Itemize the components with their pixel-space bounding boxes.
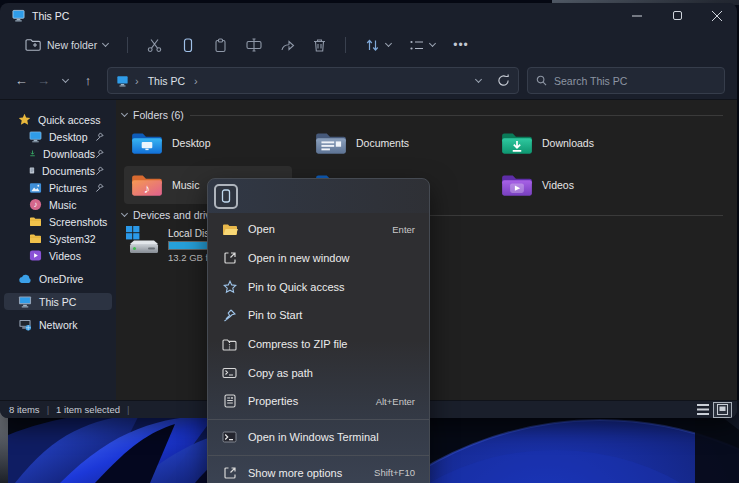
sidebar-item-this-pc[interactable]: This PC xyxy=(4,293,112,310)
sidebar-item-system32[interactable]: System32 xyxy=(4,230,112,247)
view-button[interactable] xyxy=(402,34,442,57)
copy-button[interactable] xyxy=(173,33,202,58)
sort-button[interactable] xyxy=(358,33,398,57)
network-icon xyxy=(18,319,32,331)
folder-tile-documents[interactable]: Documents xyxy=(308,124,476,162)
menu-item-open[interactable]: Open Enter xyxy=(212,215,425,244)
address-dropdown-icon[interactable] xyxy=(475,75,482,82)
see-more-button[interactable]: ••• xyxy=(446,33,476,57)
sidebar-item-label: Documents xyxy=(42,165,95,177)
forward-button[interactable]: → xyxy=(32,69,54,93)
pinned-icon xyxy=(95,183,104,192)
menu-item-copy-as-path[interactable]: Copy as path xyxy=(212,358,425,387)
recent-locations-button[interactable] xyxy=(55,69,77,93)
copy-path-icon xyxy=(222,367,237,379)
local-disk-icon xyxy=(124,224,160,258)
sidebar-item-network[interactable]: Network xyxy=(4,316,112,333)
menu-item-label: Show more options xyxy=(248,467,342,479)
back-icon: ← xyxy=(15,73,28,88)
sidebar-item-label: Network xyxy=(39,319,78,331)
selection-count: 1 item selected xyxy=(56,404,120,415)
sidebar-item-label: Desktop xyxy=(49,131,88,143)
search-box[interactable] xyxy=(527,67,725,94)
command-bar: New folder xyxy=(0,28,737,62)
sidebar-item-downloads[interactable]: Downloads xyxy=(4,145,112,162)
folder-tile-downloads[interactable]: Downloads xyxy=(494,124,662,162)
folder-icon xyxy=(29,216,42,227)
sidebar-item-label: Pictures xyxy=(49,182,87,194)
delete-button[interactable] xyxy=(306,33,333,57)
menu-item-label: Pin to Start xyxy=(248,309,302,321)
sidebar-item-videos[interactable]: Videos xyxy=(4,247,112,264)
menu-separator xyxy=(208,455,429,456)
zip-icon xyxy=(222,338,237,351)
sidebar-item-screenshots[interactable]: Screenshots xyxy=(4,213,112,230)
more-icon: ••• xyxy=(453,38,469,52)
collapse-chevron-icon xyxy=(121,110,128,117)
menu-item-label: Compress to ZIP file xyxy=(248,338,347,350)
new-folder-icon xyxy=(25,38,41,52)
sidebar-item-quick-access[interactable]: Quick access xyxy=(4,111,112,128)
new-folder-button[interactable]: New folder xyxy=(18,33,115,57)
this-pc-window-icon xyxy=(12,9,25,22)
minimize-button[interactable] xyxy=(617,3,657,28)
sidebar-item-label: This PC xyxy=(39,296,76,308)
sidebar-item-documents[interactable]: Documents xyxy=(4,162,112,179)
folders-section-header[interactable]: Folders (6) xyxy=(122,108,723,122)
sort-chevron-icon xyxy=(385,40,392,47)
menu-item-show-more-options[interactable]: Show more options Shift+F10 xyxy=(212,459,425,483)
folder-music-icon: ♪ xyxy=(130,171,164,199)
menu-item-pin-to-start[interactable]: Pin to Start xyxy=(212,301,425,330)
sidebar-item-music[interactable]: ♪ Music xyxy=(4,196,112,213)
downloads-icon xyxy=(29,147,36,160)
folder-tile-videos[interactable]: Videos xyxy=(494,166,662,204)
sidebar-item-pictures[interactable]: Pictures xyxy=(4,179,112,196)
maximize-button[interactable] xyxy=(657,3,697,28)
desktop-icon xyxy=(29,131,42,143)
menu-item-compress-to-zip[interactable]: Compress to ZIP file xyxy=(212,330,425,359)
items-count: 8 items xyxy=(9,404,40,415)
thumbnail-view-icon xyxy=(717,404,728,415)
context-menu: Open Enter Open in new window Pin to Qui… xyxy=(207,178,430,483)
cut-button[interactable] xyxy=(140,33,169,58)
search-input[interactable] xyxy=(554,75,694,87)
menu-item-open-in-windows-terminal[interactable]: Open in Windows Terminal xyxy=(212,423,425,452)
computer-icon xyxy=(18,295,32,308)
menu-item-label: Open in Windows Terminal xyxy=(248,431,379,443)
close-button[interactable] xyxy=(697,3,737,28)
rename-button[interactable] xyxy=(239,33,269,57)
refresh-icon[interactable] xyxy=(497,74,510,87)
quick-copy-button[interactable] xyxy=(214,184,238,209)
folder-videos-icon xyxy=(500,171,534,199)
sort-icon xyxy=(365,38,380,52)
section-label: Folders (6) xyxy=(133,109,184,121)
cut-icon xyxy=(147,38,162,53)
back-button[interactable]: ← xyxy=(10,69,32,93)
up-button[interactable]: ↑ xyxy=(77,69,99,93)
menu-item-open-in-new-window[interactable]: Open in new window xyxy=(212,244,425,273)
new-folder-label: New folder xyxy=(47,39,97,51)
breadcrumb-this-pc[interactable]: This PC xyxy=(145,73,188,89)
open-new-window-icon xyxy=(223,251,237,265)
address-bar[interactable]: › This PC › xyxy=(107,67,519,94)
folder-name: Downloads xyxy=(542,137,594,149)
share-button[interactable] xyxy=(273,33,302,57)
thumbnail-view-button[interactable] xyxy=(714,403,731,417)
details-view-button[interactable] xyxy=(694,403,711,417)
sidebar-item-desktop[interactable]: Desktop xyxy=(4,128,112,145)
copy-icon xyxy=(180,38,195,53)
menu-item-properties[interactable]: Properties Alt+Enter xyxy=(212,387,425,416)
document-icon xyxy=(29,164,35,177)
minimize-icon xyxy=(632,11,642,21)
search-icon xyxy=(536,75,547,86)
folder-name: Desktop xyxy=(172,137,211,149)
menu-item-pin-to-quick-access[interactable]: Pin to Quick access xyxy=(212,272,425,301)
menu-separator xyxy=(208,419,429,420)
paste-button[interactable] xyxy=(206,33,235,58)
sidebar-item-onedrive[interactable]: OneDrive xyxy=(4,270,112,287)
this-pc-address-icon xyxy=(116,75,129,87)
toolbar-divider xyxy=(345,37,346,53)
sidebar-item-label: OneDrive xyxy=(39,273,83,285)
folder-tile-desktop[interactable]: Desktop xyxy=(124,124,292,162)
breadcrumb-chevron: › xyxy=(135,75,139,87)
